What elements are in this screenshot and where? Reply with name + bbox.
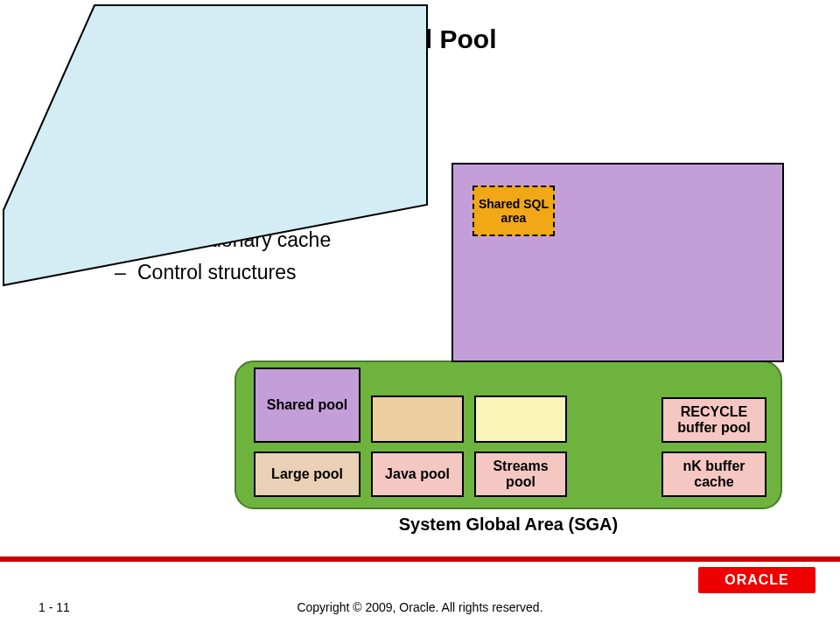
sga-nk-buffer-box: nK buffer cache bbox=[662, 452, 766, 497]
slide: Shared Pool Is a portion of the SGA Cont… bbox=[0, 0, 840, 630]
sga-box-hidden bbox=[371, 396, 464, 443]
sga-label: System Global Area (SGA) bbox=[234, 514, 782, 535]
sga-large-pool-box: Large pool bbox=[254, 452, 360, 497]
oracle-logo: ORACLE bbox=[698, 567, 816, 593]
sga-java-pool-box: Java pool bbox=[371, 452, 464, 497]
svg-marker-0 bbox=[4, 5, 427, 285]
sga-streams-pool-box: Streams pool bbox=[474, 452, 567, 497]
footer-divider bbox=[0, 556, 840, 562]
copyright-text: Copyright © 2009, Oracle. All rights res… bbox=[0, 600, 840, 614]
sga-shared-pool-box: Shared pool bbox=[254, 368, 360, 443]
zoom-connector bbox=[0, 0, 438, 289]
sga-recycle-buffer-box: RECYCLE buffer pool bbox=[662, 397, 766, 443]
shared-sql-area-box: Shared SQL area bbox=[472, 186, 555, 236]
sga-box-hidden bbox=[474, 396, 567, 443]
